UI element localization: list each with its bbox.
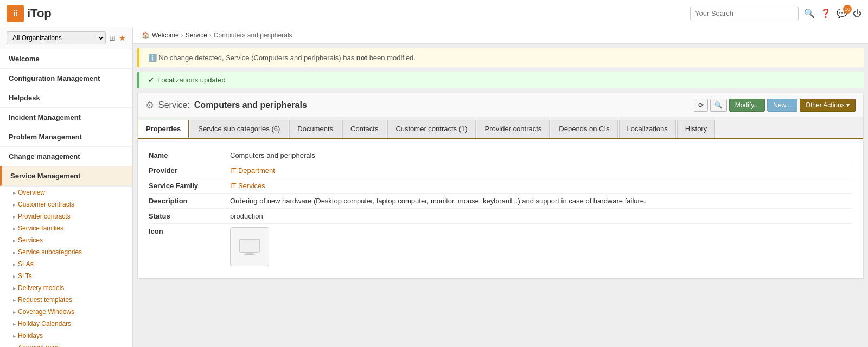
logo-icon: ⠿ — [7, 5, 24, 22]
sidebar-sub-provider-contracts[interactable]: Provider contracts — [0, 210, 132, 222]
prop-provider-label: Provider — [149, 166, 230, 175]
service-name: Computers and peripherals — [194, 100, 307, 110]
sidebar-item-service[interactable]: Service Management — [0, 166, 132, 186]
power-icon[interactable]: ⏻ — [853, 9, 861, 18]
prop-icon: Icon — [149, 224, 852, 269]
warning-alert: ℹ️ No change detected, Service (Computer… — [137, 48, 864, 67]
tab-documents[interactable]: Documents — [289, 120, 341, 138]
success-message: Localizations updated — [157, 76, 226, 84]
search-icon[interactable]: 🔍 — [804, 8, 815, 18]
sidebar-item-change[interactable]: Change management — [0, 147, 132, 166]
sidebar-sub-approval-rules[interactable]: Approval rules — [0, 342, 132, 347]
breadcrumb: 🏠 Welcome › Service › Computers and peri… — [133, 27, 868, 44]
service-label: Service: — [158, 100, 190, 110]
svg-rect-1 — [246, 252, 253, 254]
prop-service-family-value: IT Services — [230, 182, 852, 190]
svg-rect-0 — [240, 239, 259, 252]
prop-description-label: Description — [149, 197, 230, 205]
sidebar-item-helpdesk[interactable]: Helpdesk — [0, 88, 132, 108]
prop-status-label: Status — [149, 212, 230, 220]
tab-service-sub-categories[interactable]: Service sub categories (6) — [190, 120, 288, 138]
help-icon[interactable]: ❓ — [820, 8, 831, 18]
sidebar-sub-items: Overview Customer contracts Provider con… — [0, 187, 132, 347]
check-icon: ✔ — [148, 76, 154, 84]
sidebar-sub-delivery-models[interactable]: Delivery models — [0, 282, 132, 294]
info-icon: ℹ️ — [148, 54, 157, 62]
sidebar-sub-slas[interactable]: SLAs — [0, 258, 132, 270]
service-family-link[interactable]: IT Services — [230, 182, 265, 190]
sidebar-item-problem[interactable]: Problem Management — [0, 127, 132, 147]
prop-description-value: Ordering of new hardware (Desktop comput… — [230, 197, 852, 205]
prop-name-value: Computers and peripherals — [230, 151, 852, 159]
modify-button[interactable]: Modify... — [729, 99, 765, 112]
topbar: ⠿ iTop 🔍 ❓ 💬 10 ⏻ — [0, 0, 868, 27]
svg-rect-2 — [244, 254, 255, 255]
org-select[interactable]: All Organizations — [7, 31, 106, 44]
sidebar-sub-coverage-windows[interactable]: Coverage Windows — [0, 306, 132, 318]
notification-count: 10 — [843, 5, 852, 14]
prop-name-label: Name — [149, 151, 230, 159]
sidebar-sub-slts[interactable]: SLTs — [0, 270, 132, 282]
sidebar: All Organizations ⊞ ★ Welcome Configurat… — [0, 27, 133, 347]
breadcrumb-service[interactable]: Service — [186, 31, 207, 39]
breadcrumb-welcome[interactable]: Welcome — [152, 31, 179, 39]
sidebar-sub-service-subcategories[interactable]: Service subcategories — [0, 246, 132, 258]
prop-description: Description Ordering of new hardware (De… — [149, 194, 852, 209]
tab-customer-contracts[interactable]: Customer contracts (1) — [387, 120, 475, 138]
sidebar-sub-customer-contracts[interactable]: Customer contracts — [0, 198, 132, 210]
tabs: Properties Service sub categories (6) Do… — [138, 118, 863, 139]
sidebar-sub-request-templates[interactable]: Request templates — [0, 294, 132, 306]
search-button[interactable]: 🔍 — [710, 99, 727, 112]
sidebar-nav: Welcome Configuration Management Helpdes… — [0, 49, 132, 187]
prop-provider-value: IT Department — [230, 166, 852, 175]
new-button[interactable]: New... — [767, 99, 797, 112]
sidebar-item-incident[interactable]: Incident Management — [0, 108, 132, 127]
prop-provider: Provider IT Department — [149, 163, 852, 178]
tab-depends-on-cis[interactable]: Depends on CIs — [551, 120, 617, 138]
prop-status: Status production — [149, 209, 852, 224]
provider-link[interactable]: IT Department — [230, 166, 275, 175]
sidebar-sub-holiday-calendars[interactable]: Holiday Calendars — [0, 318, 132, 330]
other-actions-button[interactable]: Other Actions ▾ — [800, 99, 856, 112]
tab-provider-contracts[interactable]: Provider contracts — [477, 120, 550, 138]
tab-localizations[interactable]: Localizations — [619, 120, 676, 138]
topbar-right: 🔍 ❓ 💬 10 ⏻ — [690, 7, 861, 20]
success-alert: ✔ Localizations updated — [137, 72, 864, 88]
org-star-icon[interactable]: ★ — [119, 34, 126, 42]
sidebar-item-config[interactable]: Configuration Management — [0, 69, 132, 88]
sidebar-sub-overview[interactable]: Overview — [0, 187, 132, 198]
content-title: ⚙ Service: Computers and peripherals — [145, 99, 307, 111]
org-grid-icon[interactable]: ⊞ — [109, 34, 116, 42]
notifications-icon[interactable]: 💬 10 — [837, 8, 847, 18]
prop-name: Name Computers and peripherals — [149, 148, 852, 163]
sidebar-sub-services[interactable]: Services — [0, 234, 132, 246]
logo-text: iTop — [27, 7, 52, 21]
prop-service-family: Service Family IT Services — [149, 178, 852, 194]
content-panel: ⚙ Service: Computers and peripherals ⟳ 🔍… — [137, 93, 864, 279]
refresh-button[interactable]: ⟳ — [694, 99, 708, 112]
tab-history[interactable]: History — [677, 120, 715, 138]
main-content: 🏠 Welcome › Service › Computers and peri… — [133, 27, 868, 347]
prop-icon-value — [230, 227, 852, 266]
toolbar: ⟳ 🔍 Modify... New... Other Actions ▾ — [694, 99, 856, 112]
search-input[interactable] — [690, 7, 799, 20]
home-icon: 🏠 — [142, 31, 150, 39]
properties-panel: Name Computers and peripherals Provider … — [138, 139, 863, 278]
sidebar-item-welcome[interactable]: Welcome — [0, 49, 132, 69]
breadcrumb-current: Computers and peripherals — [214, 31, 292, 39]
content-header: ⚙ Service: Computers and peripherals ⟳ 🔍… — [138, 93, 863, 118]
service-icon-placeholder — [230, 227, 269, 266]
logo: ⠿ iTop — [7, 5, 52, 22]
prop-status-value: production — [230, 212, 852, 220]
sidebar-sub-service-families[interactable]: Service families — [0, 222, 132, 234]
gear-icon: ⚙ — [145, 99, 154, 111]
tab-properties[interactable]: Properties — [138, 120, 189, 138]
org-bar: All Organizations ⊞ ★ — [0, 27, 132, 49]
sidebar-sub-holidays[interactable]: Holidays — [0, 330, 132, 342]
prop-service-family-label: Service Family — [149, 182, 230, 190]
prop-icon-label: Icon — [149, 227, 230, 266]
layout: All Organizations ⊞ ★ Welcome Configurat… — [0, 27, 868, 347]
tab-contacts[interactable]: Contacts — [342, 120, 386, 138]
